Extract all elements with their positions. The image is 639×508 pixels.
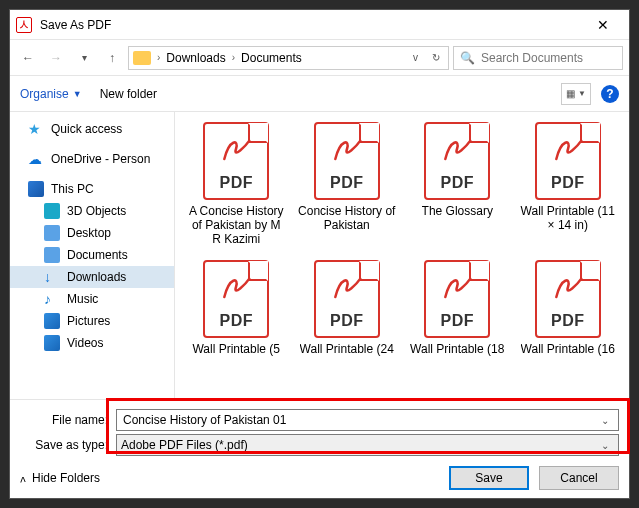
- file-label: Concise History of Pakistan: [297, 204, 397, 232]
- dialog-bottom: File name: ⌄ Save as type: Adobe PDF Fil…: [10, 399, 629, 498]
- star-icon: ★: [28, 121, 44, 137]
- filename-input[interactable]: [121, 412, 596, 428]
- pdf-file-icon: PDF: [424, 260, 490, 338]
- file-label: Wall Printable (24: [300, 342, 394, 356]
- search-placeholder: Search Documents: [481, 51, 583, 65]
- close-button[interactable]: ✕: [583, 10, 623, 39]
- sidebar-item-pictures[interactable]: Pictures: [10, 310, 174, 332]
- address-dropdown-icon[interactable]: v: [409, 52, 422, 63]
- sidebar-item-videos[interactable]: Videos: [10, 332, 174, 354]
- pc-icon: [28, 181, 44, 197]
- savetype-label: Save as type:: [20, 438, 110, 452]
- breadcrumb-seg-2[interactable]: Documents: [241, 51, 302, 65]
- search-icon: 🔍: [460, 51, 475, 65]
- pdf-file-icon: PDF: [203, 122, 269, 200]
- pdf-app-icon: 人: [16, 17, 32, 33]
- sidebar-item-onedrive[interactable]: ☁ OneDrive - Person: [10, 148, 174, 170]
- file-label: Wall Printable (18: [410, 342, 504, 356]
- sidebar-item-music[interactable]: ♪ Music: [10, 288, 174, 310]
- organise-menu[interactable]: Organise ▼: [20, 87, 82, 101]
- videos-icon: [44, 335, 60, 351]
- recent-dropdown-icon[interactable]: ▾: [72, 46, 96, 70]
- file-grid: PDF A Concise History of Pakistan by M R…: [175, 112, 629, 399]
- file-item[interactable]: PDF A Concise History of Pakistan by M R…: [183, 120, 290, 254]
- sidebar-item-desktop[interactable]: Desktop: [10, 222, 174, 244]
- cube-icon: [44, 203, 60, 219]
- chevron-right-icon: ›: [157, 52, 160, 63]
- cloud-icon: ☁: [28, 151, 44, 167]
- sidebar-item-downloads[interactable]: ↓ Downloads: [10, 266, 174, 288]
- folder-icon: [133, 51, 151, 65]
- filename-field-wrap: ⌄: [116, 409, 619, 431]
- up-button[interactable]: ↑: [100, 46, 124, 70]
- save-button[interactable]: Save: [449, 466, 529, 490]
- pdf-file-icon: PDF: [424, 122, 490, 200]
- forward-button[interactable]: →: [44, 46, 68, 70]
- chevron-down-icon[interactable]: ⌄: [596, 415, 614, 426]
- hide-folders-toggle[interactable]: ʌ Hide Folders: [20, 471, 100, 485]
- file-item[interactable]: PDF Wall Printable (24: [294, 258, 401, 370]
- file-item[interactable]: PDF Wall Printable (18: [404, 258, 511, 370]
- view-mode-button[interactable]: ▦ ▼: [561, 83, 591, 105]
- pdf-file-icon: PDF: [535, 260, 601, 338]
- chevron-right-icon: ›: [232, 52, 235, 63]
- new-folder-button[interactable]: New folder: [100, 87, 157, 101]
- back-button[interactable]: ←: [16, 46, 40, 70]
- sidebar-item-quick-access[interactable]: ★ Quick access: [10, 118, 174, 140]
- save-as-dialog: 人 Save As PDF ✕ ← → ▾ ↑ › Downloads › Do…: [9, 9, 630, 499]
- sidebar-item-this-pc[interactable]: This PC: [10, 178, 174, 200]
- file-label: A Concise History of Pakistan by M R Kaz…: [186, 204, 286, 246]
- nav-sidebar: ★ Quick access ☁ OneDrive - Person This …: [10, 112, 175, 399]
- pdf-file-icon: PDF: [535, 122, 601, 200]
- filename-label: File name:: [20, 413, 110, 427]
- toolbar: Organise ▼ New folder ▦ ▼ ?: [10, 76, 629, 112]
- file-item[interactable]: PDF Wall Printable (11 × 14 in): [515, 120, 622, 254]
- address-bar[interactable]: › Downloads › Documents v ↻: [128, 46, 449, 70]
- file-item[interactable]: PDF The Glossary: [404, 120, 511, 254]
- pdf-file-icon: PDF: [314, 260, 380, 338]
- nav-row: ← → ▾ ↑ › Downloads › Documents v ↻ 🔍 Se…: [10, 40, 629, 76]
- cancel-button[interactable]: Cancel: [539, 466, 619, 490]
- file-label: Wall Printable (16: [521, 342, 615, 356]
- chevron-up-icon: ʌ: [20, 473, 26, 484]
- file-item[interactable]: PDF Wall Printable (5: [183, 258, 290, 370]
- file-label: The Glossary: [422, 204, 493, 218]
- sidebar-item-3d-objects[interactable]: 3D Objects: [10, 200, 174, 222]
- pdf-file-icon: PDF: [314, 122, 380, 200]
- chevron-down-icon: ▼: [578, 89, 586, 98]
- music-icon: ♪: [44, 291, 60, 307]
- titlebar: 人 Save As PDF ✕: [10, 10, 629, 40]
- savetype-select[interactable]: Adobe PDF Files (*.pdf) ⌄: [116, 434, 619, 456]
- pictures-icon: [44, 313, 60, 329]
- dialog-title: Save As PDF: [40, 18, 583, 32]
- file-label: Wall Printable (11 × 14 in): [518, 204, 618, 232]
- documents-icon: [44, 247, 60, 263]
- chevron-down-icon: ⌄: [596, 440, 614, 451]
- sidebar-item-documents[interactable]: Documents: [10, 244, 174, 266]
- file-item[interactable]: PDF Concise History of Pakistan: [294, 120, 401, 254]
- pdf-file-icon: PDF: [203, 260, 269, 338]
- chevron-down-icon: ▼: [73, 89, 82, 99]
- file-label: Wall Printable (5: [192, 342, 280, 356]
- search-input[interactable]: 🔍 Search Documents: [453, 46, 623, 70]
- file-item[interactable]: PDF Wall Printable (16: [515, 258, 622, 370]
- desktop-icon: [44, 225, 60, 241]
- download-icon: ↓: [44, 269, 60, 285]
- view-icon: ▦: [566, 88, 575, 99]
- breadcrumb-seg-1[interactable]: Downloads: [166, 51, 225, 65]
- refresh-icon[interactable]: ↻: [428, 52, 444, 63]
- dialog-body: ★ Quick access ☁ OneDrive - Person This …: [10, 112, 629, 399]
- help-button[interactable]: ?: [601, 85, 619, 103]
